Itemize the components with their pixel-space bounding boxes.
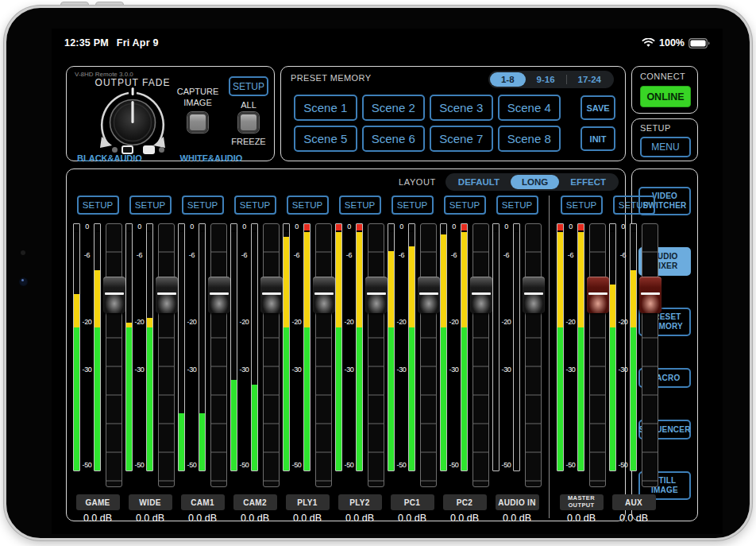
channel-setup-button[interactable]: SETUP xyxy=(129,196,172,215)
fader-track[interactable] xyxy=(420,223,437,487)
output-fade-knob[interactable] xyxy=(88,87,177,151)
channel-setup-button[interactable]: SETUP xyxy=(561,196,603,215)
save-button[interactable]: SAVE xyxy=(580,95,615,120)
meter-right-peak xyxy=(94,224,100,232)
scene-button-scene-3[interactable]: Scene 3 xyxy=(430,95,493,121)
bank-tab-1-8[interactable]: 1-8 xyxy=(490,72,526,87)
meter-right xyxy=(461,223,468,471)
fader-knob[interactable] xyxy=(587,277,609,313)
fader-knob[interactable] xyxy=(103,277,125,313)
fader-track[interactable] xyxy=(368,223,384,487)
scale-tick: -20 xyxy=(616,318,630,326)
meter-left-fill xyxy=(179,413,184,470)
meter-right-peak xyxy=(147,224,152,232)
channel-setup-button[interactable]: SETUP xyxy=(287,196,329,215)
channel-strip-pc2: SETUP 0-6-20-30-50 PC2 0.0 dB xyxy=(440,196,489,518)
meter-right-fill xyxy=(252,385,257,470)
preset-bank-tabs: 1-89-1617-24 xyxy=(488,71,614,88)
meter-scale: 0-6-20-30-50 xyxy=(133,223,146,471)
menu-button[interactable]: MENU xyxy=(640,137,691,157)
scale-tick: -6 xyxy=(564,251,577,259)
fader-track[interactable] xyxy=(158,223,175,487)
channel-setup-button[interactable]: SETUP xyxy=(234,196,276,215)
layout-tab-effect[interactable]: EFFECT xyxy=(559,175,617,189)
black-fade-dot xyxy=(112,147,118,153)
meter-left-peak xyxy=(284,224,289,232)
scale-tick: 0 xyxy=(342,223,356,230)
scene-button-scene-8[interactable]: Scene 8 xyxy=(498,126,561,152)
scene-button-scene-1[interactable]: Scene 1 xyxy=(294,95,357,121)
channel-level-value: 0.0 dB xyxy=(83,513,112,524)
freeze-label: FREEZE xyxy=(229,137,268,146)
meter-right xyxy=(408,223,415,471)
layout-tab-default[interactable]: DEFAULT xyxy=(447,175,511,189)
meter-left-peak xyxy=(557,224,563,232)
channel-setup-button[interactable]: SETUP xyxy=(182,196,224,215)
capture-image-button[interactable] xyxy=(187,112,208,133)
bank-tab-9-16[interactable]: 9-16 xyxy=(526,72,566,87)
fader-knob[interactable] xyxy=(639,277,662,313)
bank-tab-17-24[interactable]: 17-24 xyxy=(567,72,612,87)
meter-right xyxy=(94,223,101,471)
channel-name-badge: CAM2 xyxy=(233,494,277,510)
meter-left-fill xyxy=(388,251,394,470)
scene-button-scene-6[interactable]: Scene 6 xyxy=(362,126,426,152)
scene-button-scene-2[interactable]: Scene 2 xyxy=(362,95,426,121)
fader-track[interactable] xyxy=(106,223,122,487)
fader-track[interactable] xyxy=(263,223,280,487)
white-audio-label: WHITE&AUDIO xyxy=(175,153,248,163)
channel-strip-wide: SETUP 0-6-20-30-50 WIDE 0.0 dB xyxy=(125,196,175,518)
fader-knob[interactable] xyxy=(260,277,283,313)
meter-left xyxy=(178,223,185,471)
fader-track[interactable] xyxy=(589,223,606,487)
scene-button-scene-5[interactable]: Scene 5 xyxy=(294,126,357,152)
channel-setup-button[interactable]: SETUP xyxy=(613,196,655,215)
scale-tick: -30 xyxy=(564,366,577,374)
scale-tick: -20 xyxy=(80,318,94,326)
meter-right xyxy=(199,223,206,471)
meter-right-fill xyxy=(631,270,636,470)
layout-tab-long[interactable]: LONG xyxy=(511,175,559,189)
fader-track[interactable] xyxy=(642,223,658,487)
fader-track[interactable] xyxy=(210,223,227,487)
meter-scale: 0-6-20-30-50 xyxy=(185,223,199,471)
all-freeze-button[interactable] xyxy=(238,112,259,133)
channel-strip-pc1: SETUP 0-6-20-30-50 PC1 0.0 dB xyxy=(388,196,437,518)
channel-name-badge: AUX xyxy=(612,494,656,510)
fader-knob[interactable] xyxy=(418,277,440,313)
fader-knob[interactable] xyxy=(470,277,492,313)
channel-name-badge: CAM1 xyxy=(181,494,225,510)
online-button[interactable]: ONLINE xyxy=(640,86,691,107)
channel-name-badge: PLY1 xyxy=(286,494,330,510)
connect-panel: CONNECT ONLINE xyxy=(631,66,698,114)
fader-track[interactable] xyxy=(525,223,542,487)
meter-left-peak xyxy=(179,224,184,232)
meter-left xyxy=(609,223,616,471)
scene-button-scene-7[interactable]: Scene 7 xyxy=(430,126,493,152)
channel-setup-button[interactable]: SETUP xyxy=(392,196,434,215)
fader-track[interactable] xyxy=(315,223,332,487)
init-button[interactable]: INIT xyxy=(580,126,615,151)
channel-level-value: 0.0 dB xyxy=(293,513,322,524)
meter-scale: 0-6-20-30-50 xyxy=(395,223,408,471)
fader-knob[interactable] xyxy=(208,277,230,313)
scale-tick: -30 xyxy=(342,366,356,374)
meter-left xyxy=(388,223,395,471)
fader-track[interactable] xyxy=(472,223,489,487)
channel-setup-button[interactable]: SETUP xyxy=(77,196,119,215)
meter-right xyxy=(303,223,310,471)
fader-knob[interactable] xyxy=(523,277,545,313)
fader-knob[interactable] xyxy=(156,277,178,313)
meter-left-fill xyxy=(557,232,563,470)
fader-knob[interactable] xyxy=(365,277,388,313)
clock: 12:35 PM xyxy=(64,37,109,48)
preset-memory-title: PRESET MEMORY xyxy=(291,73,371,83)
fader-knob[interactable] xyxy=(313,277,335,313)
channel-setup-button[interactable]: SETUP xyxy=(496,196,538,215)
scene-button-scene-4[interactable]: Scene 4 xyxy=(498,95,561,121)
setup-panel: SETUP MENU xyxy=(631,118,698,161)
channel-setup-button[interactable]: SETUP xyxy=(339,196,381,215)
scene-grid: Scene 1Scene 2Scene 3Scene 4Scene 5Scene… xyxy=(294,95,561,152)
channel-setup-button[interactable]: SETUP xyxy=(444,196,486,215)
fade-setup-button[interactable]: SETUP xyxy=(229,76,268,96)
